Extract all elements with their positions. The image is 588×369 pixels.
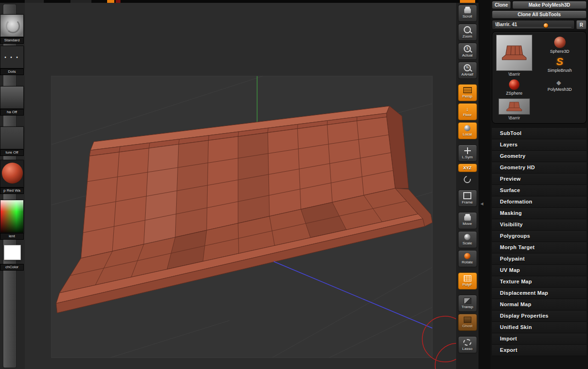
panel-section-displacement-map[interactable]: Displacement Map	[492, 288, 587, 299]
panel-section-geometry-hd[interactable]: Geometry HD	[492, 162, 587, 174]
slider-handle[interactable]	[543, 23, 548, 28]
zoom-button[interactable]: Zoom	[458, 24, 477, 41]
magnifier-one-icon: 1	[464, 45, 471, 52]
panel-section-unified-skin[interactable]: Unified Skin	[492, 322, 587, 333]
material-selector[interactable]: p Red Wa	[0, 160, 24, 194]
panel-section-surface[interactable]: Surface	[492, 185, 587, 196]
panel-section-subtool[interactable]: SubTool	[492, 128, 587, 139]
texture-off-thumbnail[interactable]	[0, 126, 24, 149]
tool-name-slider[interactable]: \Barrir. 41	[492, 20, 575, 29]
panel-section-visibility[interactable]: Visibility	[492, 219, 587, 231]
standard-brush-thumbnail[interactable]	[0, 14, 24, 37]
scale-sphere-icon	[464, 234, 470, 240]
pivot-button[interactable]	[460, 174, 475, 184]
panel-section-uv-map[interactable]: UV Map	[492, 265, 587, 276]
alpha-label: ha Off	[0, 109, 24, 116]
stroke-selector[interactable]: • • • Dots	[0, 46, 24, 75]
polyf-button[interactable]: PolyF	[458, 272, 477, 290]
floor-arrow-icon: ↓	[465, 107, 470, 112]
dots-stroke-thumbnail[interactable]: • • •	[0, 46, 24, 68]
panel-section-masking[interactable]: Masking	[492, 208, 587, 219]
panel-section-morph-target[interactable]: Morph Target	[492, 242, 587, 253]
simplebrush-icon: S	[556, 57, 563, 67]
tool-thumbnails-box: \Barrir ZSphere \Barrir	[492, 31, 587, 124]
tool-palette-sections: SubTool Layers Geometry Geometry HD Prev…	[492, 128, 587, 356]
clone-all-subtools-button[interactable]: Clone All SubTools	[492, 10, 587, 19]
polymesh3d-tool[interactable]: ◆ PolyMesh3D	[548, 79, 572, 92]
panel-section-layers[interactable]: Layers	[492, 139, 587, 151]
panel-section-display-properties[interactable]: Display Properties	[492, 311, 587, 322]
matcap-red-wax-thumbnail[interactable]	[0, 160, 24, 187]
scroll-button[interactable]: Scroll	[458, 5, 477, 22]
simplebrush-tool[interactable]: S SimpleBrush	[548, 57, 572, 73]
panel-section-deformation[interactable]: Deformation	[492, 196, 587, 208]
color-gradient-swatch[interactable]	[0, 200, 24, 233]
zsphere-tool[interactable]: ZSphere	[506, 79, 523, 96]
panel-section-import[interactable]: Import	[492, 333, 587, 345]
recent-tool-thumbnail[interactable]	[498, 98, 530, 115]
switch-color-swatch[interactable]	[4, 245, 21, 260]
xyz-button[interactable]: XYZ	[458, 164, 477, 172]
texture-selector[interactable]: ture Off	[0, 126, 24, 156]
panel-section-preview[interactable]: Preview	[492, 174, 587, 185]
color-picker[interactable]: ient	[0, 200, 24, 240]
lasso-icon	[463, 339, 471, 346]
barrier-mini-icon	[499, 42, 529, 63]
viewport-canvas[interactable]	[25, 3, 456, 369]
current-tool-thumbnail[interactable]	[496, 35, 532, 71]
tray-divider[interactable]: ◀	[478, 0, 490, 369]
panel-section-export[interactable]: Export	[492, 345, 587, 356]
move-hand-icon	[464, 215, 471, 221]
floor-button[interactable]: ↓ Floor	[458, 103, 477, 120]
brush-swirl-icon	[6, 19, 20, 33]
local-pivot-icon	[464, 125, 470, 131]
polymesh3d-icon: ◆	[557, 79, 563, 86]
alpha-off-thumbnail[interactable]	[0, 86, 24, 109]
panel-section-polypaint[interactable]: Polypaint	[492, 253, 587, 265]
tray-collapse-arrow-icon[interactable]: ◀	[480, 202, 483, 206]
tool-palette: Clone Make PolyMesh3D Clone All SubTools…	[490, 0, 588, 369]
clone-button[interactable]: Clone	[492, 1, 511, 9]
panel-section-geometry[interactable]: Geometry	[492, 151, 587, 162]
alpha-selector[interactable]: ha Off	[0, 86, 24, 116]
aahalf-button[interactable]: ½ AAHalf	[458, 62, 477, 79]
local-button[interactable]: Local	[458, 122, 477, 139]
actual-button[interactable]: 1 Actual	[458, 43, 477, 60]
polyframe-grid-icon	[464, 275, 471, 282]
make-polymesh3d-button[interactable]: Make PolyMesh3D	[512, 1, 587, 9]
persp-button[interactable]: Persp	[458, 84, 477, 101]
slider-track	[495, 27, 571, 28]
rotate-button[interactable]: Rotate	[458, 250, 477, 267]
zsphere-label: ZSphere	[506, 91, 523, 96]
rotate-sphere-icon	[464, 253, 470, 259]
material-sphere-icon	[2, 163, 23, 184]
rotate-ring-icon	[462, 175, 472, 184]
switch-color-widget[interactable]: chColor	[0, 245, 24, 271]
symmetry-cross-icon	[464, 147, 471, 154]
scroll-hand-icon	[464, 8, 471, 13]
ghost-icon	[464, 317, 471, 323]
rename-button[interactable]: R	[576, 20, 587, 29]
scale-button[interactable]: Scale	[458, 231, 477, 248]
current-tool-label: \Barrir	[496, 72, 532, 77]
simplebrush-label: SimpleBrush	[548, 68, 572, 73]
viewport-3d[interactable]	[25, 3, 456, 369]
texture-label: ture Off	[0, 149, 24, 156]
lsym-button[interactable]: L.Sym	[458, 145, 477, 162]
ghost-button[interactable]: Ghost	[458, 314, 477, 331]
panel-section-polygroups[interactable]: Polygroups	[492, 231, 587, 242]
panel-section-texture-map[interactable]: Texture Map	[492, 276, 587, 288]
brush-selector[interactable]: Standard	[0, 14, 24, 44]
recent-tool-label: \Barrir	[498, 116, 530, 120]
recent-tool-slot[interactable]: \Barrir	[498, 98, 530, 120]
left-shelf-tray: Standard • • • Dots ha Off ture Off p Re…	[0, 3, 25, 369]
gradient-label: ient	[0, 233, 24, 240]
transp-button[interactable]: Transp	[458, 295, 477, 312]
lasso-button[interactable]: Lasso	[458, 336, 477, 353]
sphere3d-tool[interactable]: Sphere3D	[550, 37, 569, 54]
move-button[interactable]: Move	[458, 212, 477, 229]
panel-section-normal-map[interactable]: Normal Map	[492, 299, 587, 311]
frame-icon	[463, 192, 471, 199]
frame-button[interactable]: Frame	[458, 190, 477, 207]
current-tool-slot[interactable]: \Barrir	[496, 35, 532, 77]
